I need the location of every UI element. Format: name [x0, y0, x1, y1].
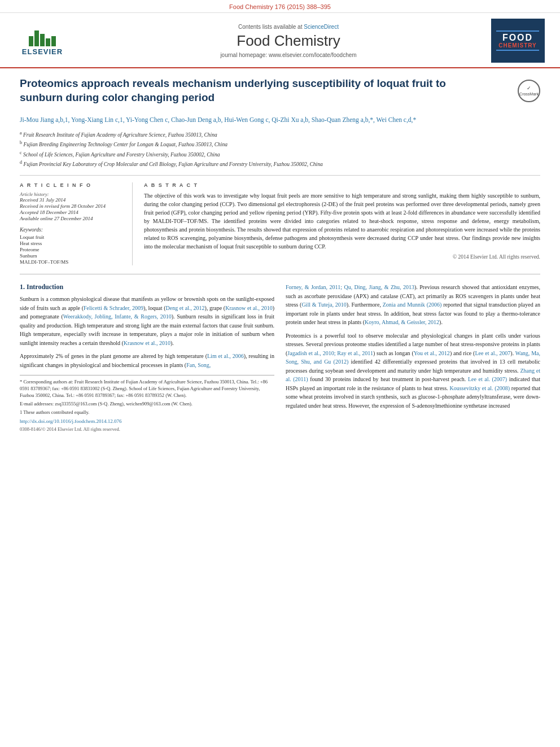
section-divider — [20, 274, 540, 274]
intro-paragraph-1: Sunburn is a common physiological diseas… — [20, 295, 274, 347]
abstract-col: A B S T R A C T The objective of this wo… — [144, 182, 540, 265]
article-main: Proteomics approach reveals mechanism un… — [0, 68, 560, 442]
journal-title: Food Chemistry — [90, 32, 487, 50]
keyword-1: Loquat fruit — [20, 234, 124, 240]
journal-header-center: Contents lists available at ScienceDirec… — [90, 24, 487, 63]
revised-date: Received in revised form 28 October 2014 — [20, 203, 124, 209]
intro-paragraph-2: Approximately 2% of genes in the plant g… — [20, 352, 274, 369]
journal-header: ELSEVIER Contents lists available at Sci… — [0, 13, 560, 68]
tree-bar-2 — [34, 30, 39, 46]
intro-heading: 1. Introduction — [20, 283, 274, 291]
body-left-col: 1. Introduction Sunburn is a common phys… — [20, 283, 274, 433]
affiliation-b: b Fujian Breeding Engineering Technology… — [20, 139, 540, 148]
elsevier-logo-area: ELSEVIER — [11, 30, 90, 56]
authors-line: Ji-Mou Jiang a,b,1, Yong-Xiang Lin c,1, … — [20, 115, 540, 125]
affiliation-c: c School of Life Sciences, Fujian Agricu… — [20, 150, 540, 159]
body-right-col: Forney, & Jordan, 2011; Qu, Ding, Jiang,… — [286, 283, 540, 433]
keyword-3: Proteome — [20, 247, 124, 252]
article-info-col: A R T I C L E I N F O Article history: R… — [20, 182, 133, 265]
keyword-5: MALDI-TOF–TOF/MS — [20, 259, 124, 265]
article-info-heading: A R T I C L E I N F O — [20, 182, 124, 188]
received-date: Received 31 July 2014 — [20, 197, 124, 203]
fc-logo-line-2 — [496, 50, 539, 51]
fc-logo-chemistry: CHEMISTRY — [498, 42, 537, 49]
top-citation-bar: Food Chemistry 176 (2015) 388–395 — [0, 0, 560, 13]
affiliation-a: a Fruit Research Institute of Fujian Aca… — [20, 130, 540, 139]
citation-text: Food Chemistry 176 (2015) 388–395 — [229, 3, 331, 10]
right-paragraph-2: Proteomics is a powerful tool to observe… — [286, 331, 540, 410]
affiliations: a Fruit Research Institute of Fujian Aca… — [20, 130, 540, 169]
history-label: Article history: — [20, 191, 124, 197]
sciencedirect-link[interactable]: ScienceDirect — [304, 24, 339, 30]
issn-copyright: 0308-8146/© 2014 Elsevier Ltd. All right… — [20, 426, 274, 433]
online-date: Available online 27 December 2014 — [20, 216, 124, 221]
fc-logo-line-1 — [496, 30, 539, 32]
body-two-col: 1. Introduction Sunburn is a common phys… — [20, 283, 540, 433]
page-wrapper: Food Chemistry 176 (2015) 388–395 ELSEVI… — [0, 0, 560, 442]
elsevier-wordmark: ELSEVIER — [22, 47, 63, 56]
crossmark-label: ✓CrossMark — [519, 85, 539, 97]
article-info-abstract: A R T I C L E I N F O Article history: R… — [20, 175, 540, 265]
accepted-date: Accepted 18 December 2014 — [20, 209, 124, 215]
tree-bar-4 — [46, 38, 50, 46]
equal-contribution-note: 1 These authors contributed equally. — [20, 409, 274, 416]
crossmark-badge[interactable]: ✓CrossMark — [518, 80, 540, 102]
fc-logo-food: FOOD — [502, 33, 533, 43]
fc-logo-box: FOOD CHEMISTRY — [491, 19, 545, 63]
abstract-text: The objective of this work was to invest… — [144, 191, 540, 251]
doi-link[interactable]: http://dx.doi.org/10.1016/j.foodchem.201… — [20, 418, 274, 425]
article-title: Proteomics approach reveals mechanism un… — [20, 77, 471, 104]
abstract-copyright: © 2014 Elsevier Ltd. All rights reserved… — [144, 254, 540, 260]
affiliation-d: d Fujian Provincial Key Laboratory of Cr… — [20, 159, 540, 168]
elsevier-logo: ELSEVIER — [11, 30, 73, 56]
tree-bar-3 — [40, 34, 45, 46]
corresponding-note: * Corresponding authors at: Fruit Resear… — [20, 379, 274, 399]
tree-bar-5 — [51, 36, 56, 46]
article-history: Article history: Received 31 July 2014 R… — [20, 191, 124, 221]
right-paragraph-1: Forney, & Jordan, 2011; Qu, Ding, Jiang,… — [286, 283, 540, 327]
journal-homepage: journal homepage: www.elsevier.com/locat… — [90, 52, 487, 58]
keywords-section: Keywords: Loquat fruit Heat stress Prote… — [20, 227, 124, 265]
keyword-4: Sunburn — [20, 253, 124, 259]
keyword-2: Heat stress — [20, 241, 124, 246]
keywords-label: Keywords: — [20, 227, 124, 233]
tree-bar-1 — [29, 36, 33, 46]
abstract-heading: A B S T R A C T — [144, 182, 540, 188]
fc-logo-area: FOOD CHEMISTRY — [487, 19, 549, 67]
footnotes-section: * Corresponding authors at: Fruit Resear… — [20, 375, 274, 433]
elsevier-tree-icon — [29, 30, 56, 46]
email-note: E-mail addresses: zsq333555@163.com (S-Q… — [20, 401, 274, 408]
article-title-section: Proteomics approach reveals mechanism un… — [20, 77, 540, 109]
contents-line: Contents lists available at ScienceDirec… — [90, 24, 487, 30]
